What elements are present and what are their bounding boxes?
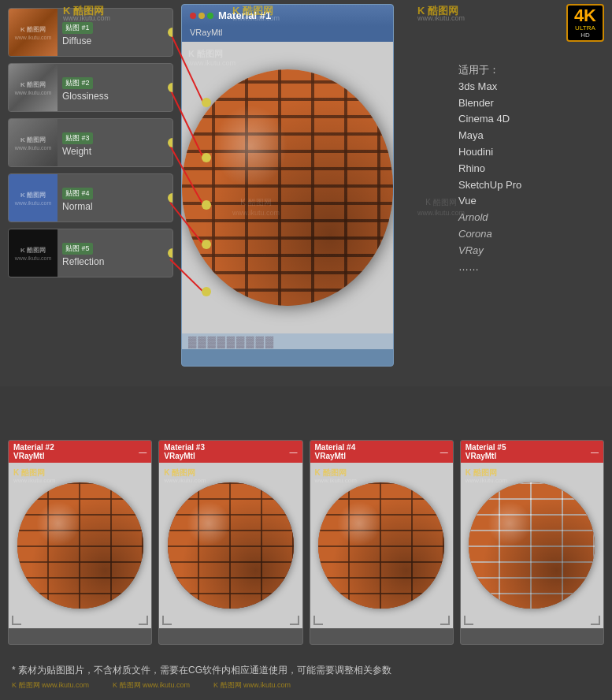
node-label-node1: Diffuse	[62, 35, 168, 47]
mini-wm-url-m5: www.ikutu.com	[465, 477, 507, 484]
top-watermark-url1: www.ikutu.com	[63, 14, 110, 22]
mini-dash-m3[interactable]: —	[290, 448, 298, 456]
mini-material-m4: Material #4 VRayMtl — K 酷图网 www.ikutu.co…	[310, 440, 454, 645]
mini-preview-m3: K 酷图网 www.ikutu.com	[159, 463, 302, 628]
mini-corner-bl-m5	[464, 616, 473, 625]
top-watermark-url3: www.ikutu.com	[417, 14, 465, 22]
window-controls	[190, 13, 213, 19]
software-item-11: ……	[458, 259, 604, 276]
mini-shadow-m2	[17, 482, 143, 609]
footer-wm2: K 酷图网 www.ikutu.com	[113, 680, 190, 691]
mini-preview-m4: K 酷图网 www.ikutu.com	[310, 463, 453, 628]
mini-header-m2: Material #2 VRayMtl —	[9, 441, 151, 463]
node-wm-top-node2: K 酷图网	[20, 80, 46, 89]
node-tag-node2: 贴图 #2	[62, 77, 93, 89]
software-item-9: Corona	[458, 226, 604, 243]
node-wm-top-node4: K 酷图网	[20, 191, 46, 199]
top-section: K 酷图网 www.ikutu.com 贴图 #1 Diffuse K 酷图网 …	[0, 0, 612, 386]
mini-corner-bl-m2	[12, 616, 21, 625]
mid-watermark-k2: K 酷图网www.ikutu.com	[417, 197, 465, 217]
node-info-node3: 贴图 #3 Weight	[57, 126, 172, 160]
software-item-6: SketchUp Pro	[458, 177, 604, 194]
mini-header-m4: Material #4 VRayMtl —	[310, 441, 453, 463]
mini-title-m4: Material #4	[315, 443, 356, 452]
mini-wm-url-m2: www.ikutu.com	[13, 477, 55, 484]
material-type: VRayMtl	[182, 26, 393, 42]
footer-wm3: K 酷图网 www.ikutu.com	[213, 680, 291, 691]
node-info-node5: 贴图 #5 Reflection	[57, 236, 172, 270]
software-item-5: Rhino	[458, 161, 604, 177]
mini-type-m3: VRayMtl	[164, 452, 205, 460]
node-tag-node1: 贴图 #1	[62, 22, 93, 34]
node-card-node5: K 酷图网 www.ikutu.com 贴图 #5 Reflection	[8, 229, 173, 277]
node-wm-bottom-node1: www.ikutu.com	[15, 35, 52, 40]
software-item-0: 3ds Max	[458, 79, 604, 95]
software-item-3: Maya	[458, 128, 604, 144]
node-wm-bottom-node4: www.ikutu.com	[15, 200, 52, 206]
node-connector-node2[interactable]	[168, 83, 173, 92]
footer-stripes: ▓▓▓▓▓▓▓▓▓	[188, 335, 275, 348]
material-preview: K 酷图网 www.ikutu.com	[182, 42, 393, 333]
node-connector-node1[interactable]	[168, 28, 173, 37]
minimize-dot[interactable]	[198, 13, 205, 19]
node-thumb-node3: K 酷图网 www.ikutu.com	[9, 118, 57, 167]
software-label: 适用于：	[458, 62, 604, 79]
mini-sphere-m4	[318, 482, 444, 609]
software-item-10: VRay	[458, 243, 604, 259]
mini-highlight-m2	[36, 501, 80, 545]
mini-preview-m2: K 酷图网 www.ikutu.com	[9, 463, 151, 628]
software-item-7: Vue	[458, 193, 604, 210]
node-connector-node5[interactable]	[168, 248, 173, 258]
node-wm-top-node3: K 酷图网	[20, 136, 46, 144]
preview-watermark-url: www.ikutu.com	[188, 59, 236, 67]
mini-highlight-m4	[337, 501, 381, 545]
mini-type-m4: VRayMtl	[315, 452, 356, 460]
node-card-node3: K 酷图网 www.ikutu.com 贴图 #3 Weight	[8, 118, 173, 167]
node-connector-node4[interactable]	[168, 193, 173, 203]
node-thumb-node1: K 酷图网 www.ikutu.com	[9, 8, 57, 57]
mini-dash-m4[interactable]: —	[440, 448, 448, 456]
mini-material-m5: Material #5 VRayMtl — K 酷图网 www.ikutu.co…	[460, 440, 604, 645]
mini-corner-br-m4	[440, 616, 450, 625]
main-sphere	[182, 69, 393, 306]
mini-header-m5: Material #5 VRayMtl —	[461, 441, 603, 463]
node-connector-node3[interactable]	[168, 138, 173, 147]
mini-type-m5: VRayMtl	[465, 452, 506, 460]
material-panel-header: Material #1	[182, 5, 393, 26]
mini-sphere-m3	[168, 482, 294, 609]
node-tag-node5: 贴图 #5	[62, 243, 93, 255]
node-thumb-node2: K 酷图网 www.ikutu.com	[9, 63, 57, 112]
close-dot[interactable]	[190, 13, 196, 19]
node-card-node4: K 酷图网 www.ikutu.com 贴图 #4 Normal	[8, 173, 173, 222]
mini-corner-br-m3	[290, 616, 299, 625]
nodes-panel: K 酷图网 www.ikutu.com 贴图 #1 Diffuse K 酷图网 …	[8, 8, 173, 277]
mini-preview-m5: K 酷图网 www.ikutu.com	[461, 463, 603, 628]
mini-type-m2: VRayMtl	[13, 452, 54, 460]
node-tag-node3: 贴图 #3	[62, 132, 93, 144]
node-thumb-node4: K 酷图网 www.ikutu.com	[9, 173, 57, 222]
ultra-text: ULTRA	[574, 24, 596, 32]
hd-text: HD	[574, 32, 596, 39]
mini-corner-br-m5	[591, 616, 600, 625]
software-item-1: Blender	[458, 95, 604, 112]
mini-dash-m2[interactable]: —	[139, 448, 147, 456]
bottom-section: Material #2 VRayMtl — K 酷图网 www.ikutu.co…	[0, 432, 612, 653]
top-watermark-url2: www.ikutu.com	[232, 14, 280, 22]
node-tag-node4: 贴图 #4	[62, 188, 93, 199]
software-list: 适用于： 3ds MaxBlenderCinema 4DMayaHoudiniR…	[458, 56, 604, 275]
node-info-node2: 贴图 #2 Glossiness	[57, 71, 172, 105]
footer-bar: * 素材为贴图图片，不含材质文件，需要在CG软件内相应通道使用，可能需要调整相关…	[0, 657, 612, 700]
node-label-node2: Glossiness	[62, 91, 168, 102]
mini-highlight-m3	[187, 501, 231, 545]
node-wm-top-node1: K 酷图网	[20, 25, 46, 34]
node-label-node5: Reflection	[62, 256, 168, 267]
node-card-node2: K 酷图网 www.ikutu.com 贴图 #2 Glossiness	[8, 63, 173, 112]
mini-dash-m5[interactable]: —	[591, 448, 599, 456]
software-item-2: Cinema 4D	[458, 111, 604, 128]
mini-corner-bl-m3	[162, 616, 172, 625]
mini-corner-bl-m4	[313, 616, 323, 625]
mini-header-m3: Material #3 VRayMtl —	[159, 441, 302, 463]
maximize-dot[interactable]	[207, 13, 213, 19]
node-label-node4: Normal	[62, 201, 168, 212]
software-item-4: Houdini	[458, 144, 604, 161]
